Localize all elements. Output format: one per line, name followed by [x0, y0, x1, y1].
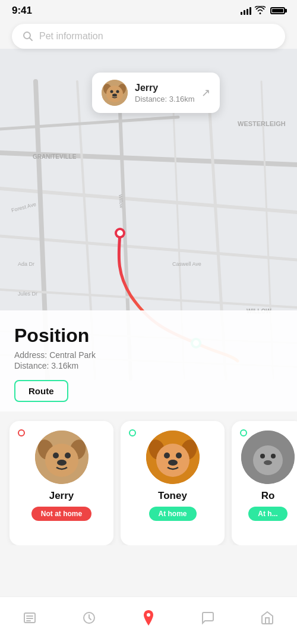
svg-point-51	[260, 454, 265, 458]
svg-point-48	[168, 460, 178, 466]
pet-card-jerry[interactable]: Jerry Not at home	[10, 421, 113, 545]
wifi-icon	[255, 6, 266, 16]
svg-text:Caswell Ave: Caswell Ave	[172, 261, 201, 267]
toney-avatar	[146, 431, 200, 484]
nav-location[interactable]	[132, 604, 165, 632]
svg-line-1	[30, 38, 33, 41]
status-time: 9:41	[12, 5, 32, 17]
ro-avatar	[241, 431, 295, 484]
ro-status-badge: At h...	[248, 507, 287, 521]
svg-point-34	[112, 94, 117, 97]
position-address: Address: Central Park	[14, 350, 283, 360]
svg-point-39	[53, 453, 59, 458]
search-bar[interactable]: Pet information	[12, 24, 285, 49]
svg-point-33	[116, 90, 119, 93]
svg-point-53	[264, 460, 272, 465]
svg-text:WESTERLEIGH: WESTERLEIGH	[238, 120, 286, 127]
svg-line-3	[0, 189, 297, 212]
svg-point-32	[110, 90, 113, 93]
jerry-avatar	[35, 431, 89, 484]
svg-text:Jules Dr: Jules Dr	[18, 291, 37, 297]
info-card-distance: Distance: 3.16km	[135, 95, 194, 103]
svg-point-41	[57, 460, 67, 466]
search-icon	[23, 31, 33, 42]
position-section: Position Address: Central Park Distance:…	[0, 310, 297, 411]
chat-icon	[201, 611, 215, 625]
svg-text:Willow: Willow	[118, 194, 124, 208]
ro-name: Ro	[261, 490, 275, 502]
svg-text:Forest Ave: Forest Ave	[11, 201, 37, 213]
nav-chat[interactable]	[191, 606, 225, 630]
search-container: Pet information	[0, 19, 297, 49]
jerry-name: Jerry	[49, 490, 74, 502]
svg-line-12	[0, 117, 178, 129]
jerry-status-dot	[18, 429, 25, 436]
info-card-arrow[interactable]: ↗	[201, 86, 210, 99]
list-icon	[23, 611, 37, 625]
svg-point-59	[147, 613, 150, 617]
battery-icon	[270, 7, 285, 14]
svg-text:Ada Dr: Ada Dr	[18, 261, 34, 267]
nav-home[interactable]	[251, 606, 284, 630]
location-pin-icon	[141, 609, 156, 627]
jerry-status-badge: Not at home	[31, 507, 91, 521]
svg-point-47	[176, 453, 182, 458]
svg-text:GRANITEVILLE: GRANITEVILLE	[33, 153, 77, 160]
clock-icon	[82, 611, 96, 625]
svg-point-52	[271, 454, 276, 458]
pets-section: Jerry Not at home Toney At home	[0, 411, 297, 545]
position-distance: Distance: 3.16km	[14, 361, 283, 370]
svg-point-25	[117, 230, 123, 236]
search-placeholder: Pet information	[39, 31, 103, 42]
pet-info-card[interactable]: Jerry Distance: 3.16km ↗	[92, 73, 220, 113]
nav-list[interactable]	[13, 606, 46, 630]
map-area[interactable]: RICHMOND WESTERLEIGH GRANITEVILLE Forest…	[0, 49, 297, 411]
position-title: Position	[14, 325, 283, 347]
status-icons	[241, 6, 285, 16]
nav-clock[interactable]	[72, 606, 106, 630]
svg-point-46	[164, 453, 170, 458]
signal-icon	[241, 7, 251, 15]
info-card-text: Jerry Distance: 3.16km	[135, 83, 194, 103]
toney-name: Toney	[158, 490, 187, 502]
toney-status-badge: At home	[149, 507, 197, 521]
bottom-nav	[0, 596, 297, 644]
home-icon	[260, 611, 274, 625]
route-button[interactable]: Route	[14, 380, 68, 402]
status-bar: 9:41	[0, 0, 297, 19]
svg-point-40	[65, 453, 71, 458]
pet-card-toney[interactable]: Toney At home	[121, 421, 225, 545]
pet-card-avatar	[102, 80, 128, 106]
toney-status-dot	[129, 429, 136, 436]
ro-status-dot	[240, 429, 247, 436]
info-card-pet-name: Jerry	[135, 83, 194, 93]
pet-card-ro[interactable]: Ro At h...	[232, 421, 297, 545]
